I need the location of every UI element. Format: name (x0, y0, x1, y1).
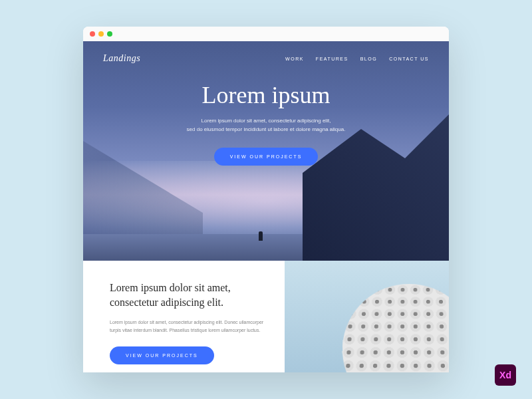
hero-section: Landings WORK FEATURES BLOG CONTACT US L… (83, 41, 449, 261)
nav-link-contact[interactable]: CONTACT US (389, 57, 429, 61)
titlebar (83, 27, 449, 41)
view-projects-button[interactable]: VIEW OUR PROJECTS (110, 346, 214, 364)
section-title: Lorem ipsum dolor sit amet, consectetur … (110, 281, 265, 311)
content-section: Lorem ipsum dolor sit amet, consectetur … (83, 261, 449, 372)
person-silhouette-icon (259, 231, 263, 241)
nav-link-work[interactable]: WORK (285, 57, 304, 61)
nav-links: WORK FEATURES BLOG CONTACT US (285, 57, 429, 61)
xd-badge-icon: Xd (495, 364, 516, 386)
close-icon[interactable] (90, 31, 95, 37)
browser-window: Landings WORK FEATURES BLOG CONTACT US L… (83, 27, 449, 372)
logo[interactable]: Landings (103, 53, 140, 64)
content-image (285, 261, 450, 372)
building-illustration (338, 284, 449, 372)
section-body: Lorem ipsum dolor sit amet, consectetur … (110, 319, 265, 334)
top-nav: Landings WORK FEATURES BLOG CONTACT US (83, 41, 449, 76)
view-projects-button[interactable]: VIEW OUR PROJECTS (214, 148, 319, 166)
hero-subtitle-line: Lorem ipsum dolor sit amet, consectetur … (83, 117, 449, 126)
hero-subtitle: Lorem ipsum dolor sit amet, consectetur … (83, 117, 449, 134)
hero-title: Lorem ipsum (83, 81, 449, 109)
hero-content: Lorem ipsum Lorem ipsum dolor sit amet, … (83, 81, 449, 166)
content-left: Lorem ipsum dolor sit amet, consectetur … (83, 261, 285, 372)
maximize-icon[interactable] (107, 31, 112, 37)
nav-link-blog[interactable]: BLOG (360, 57, 377, 61)
hero-subtitle-line: sed do eiusmod tempor incididunt ut labo… (83, 126, 449, 134)
minimize-icon[interactable] (98, 31, 104, 37)
nav-link-features[interactable]: FEATURES (316, 57, 348, 61)
